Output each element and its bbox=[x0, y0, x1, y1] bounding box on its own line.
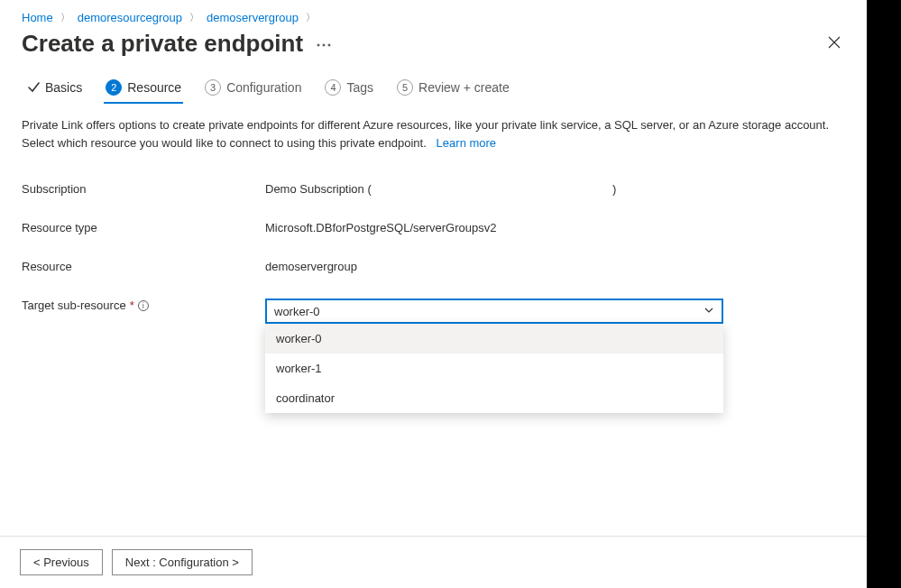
breadcrumb-item-servergroup[interactable]: demoservergroup bbox=[207, 11, 299, 24]
dropdown-option-worker-1[interactable]: worker-1 bbox=[265, 354, 723, 383]
dropdown-option-coordinator[interactable]: coordinator bbox=[265, 383, 723, 413]
target-sub-resource-dropdown[interactable]: worker-0 bbox=[265, 299, 723, 324]
window-edge bbox=[867, 0, 901, 588]
tab-number: 5 bbox=[397, 79, 413, 96]
breadcrumb-item-resourcegroup[interactable]: demoresourcegroup bbox=[78, 11, 182, 24]
tab-label: Resource bbox=[127, 80, 181, 95]
dropdown-selected-value: worker-0 bbox=[274, 305, 320, 318]
tab-number: 3 bbox=[205, 79, 221, 96]
field-label: Target sub-resource * i bbox=[22, 299, 265, 312]
tab-resource[interactable]: 2 Resource bbox=[106, 79, 181, 103]
dropdown-option-worker-0[interactable]: worker-0 bbox=[265, 324, 723, 354]
subscription-value-suffix: ) bbox=[612, 182, 616, 196]
subscription-value-prefix: Demo Subscription ( bbox=[265, 182, 372, 196]
previous-button[interactable]: < Previous bbox=[20, 549, 103, 575]
breadcrumb-item-home[interactable]: Home bbox=[22, 11, 53, 24]
tab-tags[interactable]: 4 Tags bbox=[325, 79, 373, 103]
field-value: demoservergroup bbox=[265, 260, 844, 273]
description-text: Private Link offers options to create pr… bbox=[22, 118, 829, 150]
more-actions-icon[interactable]: ⋯ bbox=[316, 34, 334, 54]
check-icon bbox=[27, 81, 40, 94]
field-control: worker-0 worker-0 worker-1 coordinator bbox=[265, 299, 844, 324]
chevron-right-icon: 〉 bbox=[306, 11, 316, 24]
required-indicator: * bbox=[130, 299, 134, 312]
tab-label: Configuration bbox=[226, 80, 301, 95]
tab-configuration[interactable]: 3 Configuration bbox=[205, 79, 301, 103]
field-label-text: Target sub-resource bbox=[22, 299, 126, 312]
wizard-footer: < Previous Next : Configuration > bbox=[0, 536, 867, 588]
tab-review-create[interactable]: 5 Review + create bbox=[397, 79, 510, 103]
tab-label: Review + create bbox=[418, 80, 510, 95]
chevron-right-icon: 〉 bbox=[189, 11, 199, 24]
wizard-tabs: Basics 2 Resource 3 Configuration 4 Tags… bbox=[22, 79, 844, 104]
tab-description: Private Link offers options to create pr… bbox=[22, 116, 833, 152]
tab-basics[interactable]: Basics bbox=[27, 79, 82, 103]
field-label: Subscription bbox=[22, 182, 265, 196]
field-resource-type: Resource type Microsoft.DBforPostgreSQL/… bbox=[22, 208, 844, 247]
next-button[interactable]: Next : Configuration > bbox=[112, 549, 253, 575]
field-subscription: Subscription Demo Subscription ( ) bbox=[22, 170, 844, 208]
page-title-text: Create a private endpoint bbox=[22, 30, 303, 58]
chevron-down-icon bbox=[703, 305, 714, 318]
chevron-right-icon: 〉 bbox=[60, 11, 70, 24]
breadcrumb: Home 〉 demoresourcegroup 〉 demoservergro… bbox=[22, 11, 844, 24]
field-label: Resource bbox=[22, 260, 265, 273]
field-resource: Resource demoservergroup bbox=[22, 247, 844, 286]
tab-number: 4 bbox=[325, 79, 341, 96]
field-target-sub-resource: Target sub-resource * i worker-0 worker-… bbox=[22, 286, 844, 336]
info-icon[interactable]: i bbox=[138, 300, 149, 311]
tab-label: Tags bbox=[346, 80, 373, 95]
close-icon[interactable] bbox=[824, 32, 844, 56]
page-header: Create a private endpoint ⋯ bbox=[22, 30, 844, 58]
field-value: Demo Subscription ( ) bbox=[265, 182, 844, 196]
dropdown-menu: worker-0 worker-1 coordinator bbox=[265, 324, 723, 413]
tab-number: 2 bbox=[106, 79, 122, 96]
learn-more-link[interactable]: Learn more bbox=[437, 136, 496, 150]
tab-label: Basics bbox=[45, 80, 82, 95]
field-label: Resource type bbox=[22, 221, 265, 234]
field-value: Microsoft.DBforPostgreSQL/serverGroupsv2 bbox=[265, 221, 844, 234]
page-title: Create a private endpoint ⋯ bbox=[22, 30, 334, 58]
